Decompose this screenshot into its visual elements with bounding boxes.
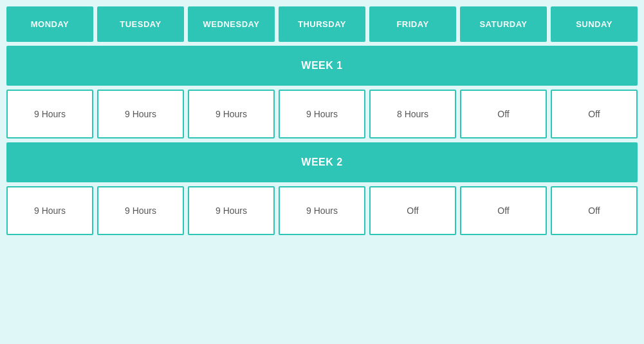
day-header-saturday: SATURDAY: [460, 6, 547, 42]
week2-cell-1[interactable]: 9 Hours: [97, 186, 184, 235]
week2-cell-3[interactable]: 9 Hours: [279, 186, 365, 235]
week1-cell-0[interactable]: 9 Hours: [6, 90, 93, 139]
day-headers-row: MONDAYTUESDAYWEDNESDAYTHURSDAYFRIDAYSATU…: [6, 6, 638, 42]
week1-label: WEEK 1: [6, 46, 638, 86]
week1-cell-5[interactable]: Off: [460, 90, 547, 139]
day-header-monday: MONDAY: [6, 6, 93, 42]
week1-cell-2[interactable]: 9 Hours: [188, 90, 275, 139]
day-header-sunday: SUNDAY: [551, 6, 638, 42]
week1-cell-4[interactable]: 8 Hours: [369, 90, 456, 139]
day-header-friday: FRIDAY: [369, 6, 456, 42]
week2-cell-5[interactable]: Off: [460, 186, 547, 235]
week1-cell-3[interactable]: 9 Hours: [279, 90, 365, 139]
week2-hours-row: 9 Hours9 Hours9 Hours9 HoursOffOffOff: [6, 186, 638, 235]
week2-cell-0[interactable]: 9 Hours: [6, 186, 93, 235]
week2-cell-6[interactable]: Off: [551, 186, 638, 235]
week1-hours-row: 9 Hours9 Hours9 Hours9 Hours8 HoursOffOf…: [6, 90, 638, 139]
week1-cell-6[interactable]: Off: [551, 90, 638, 139]
day-header-wednesday: WEDNESDAY: [188, 6, 275, 42]
week2-label: WEEK 2: [6, 142, 638, 182]
week2-cell-4[interactable]: Off: [369, 186, 456, 235]
day-header-tuesday: TUESDAY: [97, 6, 184, 42]
week1-cell-1[interactable]: 9 Hours: [97, 90, 184, 139]
schedule-container: MONDAYTUESDAYWEDNESDAYTHURSDAYFRIDAYSATU…: [6, 6, 638, 235]
day-header-thursday: THURSDAY: [279, 6, 365, 42]
week2-cell-2[interactable]: 9 Hours: [188, 186, 275, 235]
